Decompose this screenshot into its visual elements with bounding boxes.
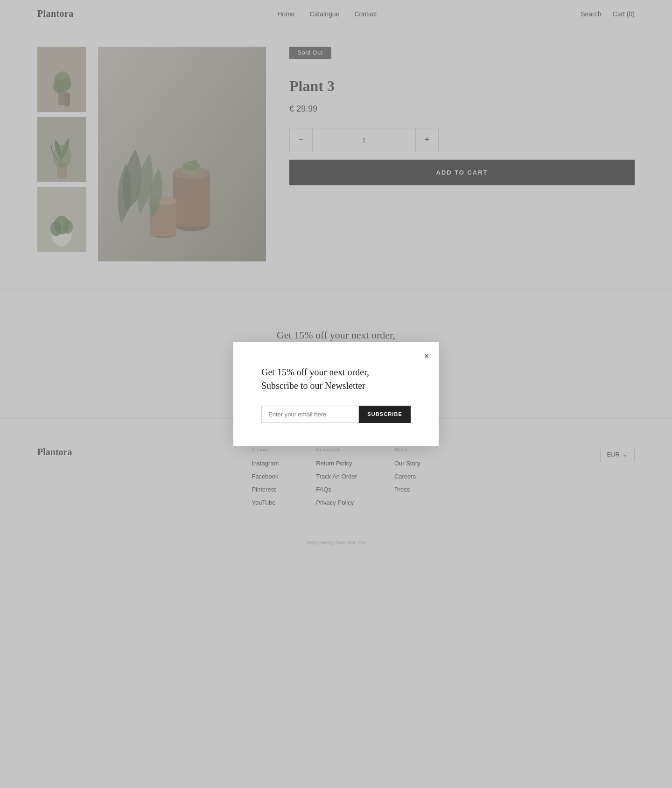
modal-overlay[interactable]: × Get 15% off your next order,Subscribe … [0,0,672,788]
newsletter-modal: × Get 15% off your next order,Subscribe … [233,342,439,446]
modal-subscribe-button[interactable]: SUBSCRIBE [359,406,411,423]
modal-form: SUBSCRIBE [261,406,411,423]
modal-email-input[interactable] [261,406,359,423]
modal-title: Get 15% off your next order,Subscribe to… [261,366,411,393]
modal-close-button[interactable]: × [424,351,429,361]
